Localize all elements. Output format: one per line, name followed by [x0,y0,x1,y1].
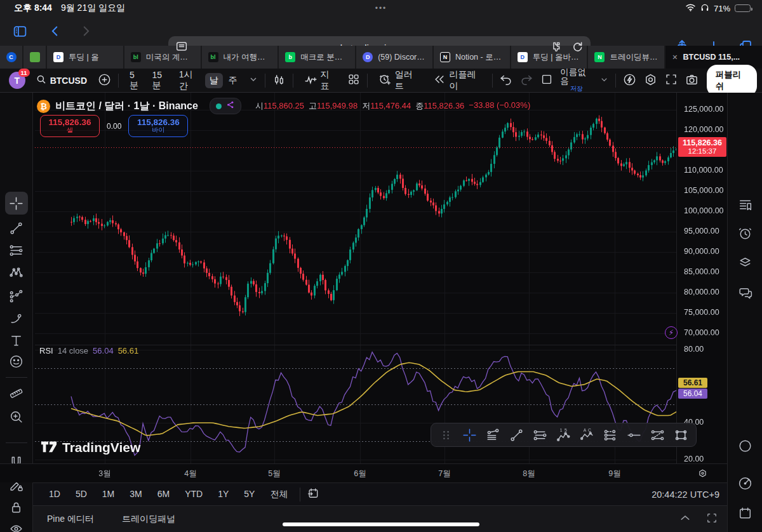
tab-close-icon[interactable]: ✕ [672,53,678,62]
multitask-dots[interactable]: ••• [0,4,762,13]
home-indicator[interactable] [283,522,479,526]
range-5Y[interactable]: 5Y [238,486,260,503]
sell-button[interactable]: 115,826.36셀 [40,115,100,137]
range-1Y[interactable]: 1Y [212,486,234,503]
crosshair-icon[interactable] [5,192,28,215]
utc-clock[interactable]: 20:44:22 UTC+9 [652,489,719,500]
symbol-search-button[interactable]: BTCUSD [32,71,91,90]
tab[interactable]: N트레이딩뷰에서... [588,46,664,69]
panel-expand-chevron-icon[interactable] [679,512,692,526]
emoji-icon[interactable] [5,350,28,373]
forward-icon[interactable] [75,20,97,42]
xabcd-pattern-icon[interactable] [5,261,28,284]
calendar-icon[interactable] [733,502,756,524]
flat-pattern-icon[interactable] [599,425,622,445]
indicators-button[interactable]: 지표 [300,67,340,95]
chat-icon[interactable] [733,281,756,304]
elliott-correction-ac-icon[interactable]: AC [576,425,598,445]
range-6M[interactable]: 6M [152,486,175,503]
horizontal-lines-icon[interactable] [5,239,28,262]
projection-icon[interactable] [646,425,669,445]
back-icon[interactable] [44,20,66,42]
symbol-title[interactable]: 비트코인 / 달러 · 1날 · Binance [55,100,198,113]
market-status-pill[interactable] [210,98,241,114]
range-1M[interactable]: 1M [97,486,120,503]
undo-icon[interactable] [499,72,513,88]
layout-grid-icon[interactable] [347,72,361,88]
boost-lightning-icon[interactable]: ⚡ [665,326,678,339]
range-3M[interactable]: 3M [124,486,147,503]
go-to-date-icon[interactable] [307,487,319,502]
fib-retracement-icon[interactable] [482,425,504,445]
timeframe-1시간[interactable]: 1시간 [175,67,204,94]
rsi-legend[interactable]: RSI 14 close 56.04 56.61 [39,346,138,356]
tab[interactable]: bl미국의 계획 : 네… [124,46,201,69]
tab[interactable]: C [0,46,22,69]
watchlist-icon[interactable] [733,193,756,216]
tab[interactable]: D투딩 | 올 [47,46,123,69]
trading-panel-tab[interactable]: 트레이딩패널 [122,514,175,525]
zoom-in-icon[interactable] [5,405,28,428]
page-menu-icon[interactable] [175,39,189,56]
timeframe-주[interactable]: 주 [224,73,242,88]
alert-button[interactable]: 얼러트 [374,67,424,95]
timeframe-날[interactable]: 날 [205,73,223,88]
range-5D[interactable]: 5D [70,486,93,503]
compare-add-icon[interactable] [97,72,112,89]
chevron-down-icon[interactable] [248,74,258,86]
timeframe-15분[interactable]: 15분 [147,68,173,93]
time-axis[interactable]: 3월4월5월6월7월8월9월 [0,463,727,482]
settings-gear-icon[interactable] [643,72,658,89]
text-icon[interactable] [5,329,28,352]
tradingview-watermark: TradingView [41,438,140,456]
publish-button[interactable]: 퍼블리쉬 [707,65,757,96]
lock-icon[interactable] [5,496,28,519]
hide-drawings-icon[interactable] [5,518,28,532]
range-1D[interactable]: 1D [43,486,66,503]
rectangle-icon[interactable] [670,425,692,445]
trend-line-icon[interactable] [505,425,528,445]
timeframe-5분[interactable]: 5분 [125,68,146,93]
time-axis-settings-icon[interactable] [697,468,708,481]
quick-actions-icon[interactable] [622,72,637,89]
horizontal-ray-icon[interactable] [623,425,645,445]
alerts-icon[interactable] [733,222,756,244]
tab[interactable]: b매크로 분석, 원... [279,46,355,69]
ideas-circle-icon[interactable] [733,434,756,457]
layers-icon[interactable] [733,250,756,273]
buy-button[interactable]: 115,826.36바이 [128,115,188,137]
range-전체[interactable]: 전체 [264,486,293,503]
ipad-screen: 오후 8:44 9월 21일 일요일 ••• 71% [0,0,762,532]
tab[interactable]: NNotion - 로그인 [434,46,510,69]
fullscreen-icon[interactable] [664,72,678,88]
screener-radar-icon[interactable] [733,472,756,495]
prediction-icon[interactable] [5,284,28,307]
snapshot-camera-icon[interactable] [685,72,699,89]
avatar[interactable]: T 11 [9,72,25,89]
elliott-impulse-15-icon[interactable]: 15 [552,425,575,445]
tab[interactable]: D(59) Discord... [356,46,432,69]
crosshair-icon[interactable] [458,425,481,445]
drag-handle-icon[interactable] [435,425,457,445]
high-value: 115,949.98 [317,101,358,110]
ruler-icon[interactable] [5,382,28,404]
range-YTD[interactable]: YTD [179,486,208,503]
layout-save[interactable]: 이름없음 저장 [560,68,592,93]
redo-icon[interactable] [519,72,533,88]
chart-style-icon[interactable] [272,72,286,89]
reload-icon[interactable] [571,40,584,56]
parallel-lines-icon[interactable] [529,425,551,445]
rsi-ma-badge: 56.61 [678,378,707,388]
replay-button[interactable]: 리플레이 [429,67,486,95]
price-chart-canvas[interactable] [35,93,676,463]
trend-line-icon[interactable] [5,216,28,239]
chevron-down-icon[interactable] [599,75,609,86]
brush-icon[interactable] [5,307,28,329]
tab[interactable] [23,46,46,69]
panel-fullscreen-icon[interactable] [705,512,718,526]
pine-editor-tab[interactable]: Pine 에디터 [47,514,94,525]
sidebar-toggle-icon[interactable] [9,20,30,42]
layout-select-icon[interactable] [540,72,554,88]
extensions-icon[interactable] [549,40,562,56]
tab[interactable]: bl내가 여행하는... [202,46,278,69]
